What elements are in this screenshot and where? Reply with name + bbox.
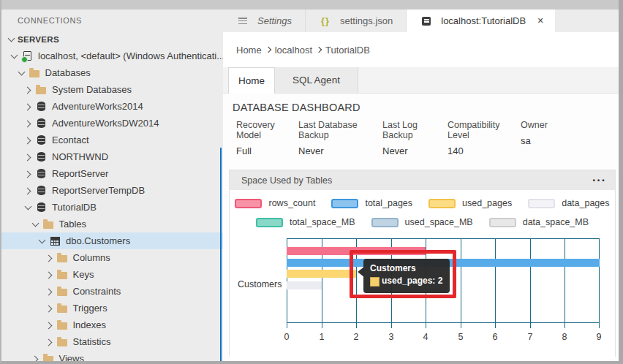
sidebar-editor-sash[interactable] [220,148,222,361]
chevron-right-icon[interactable] [23,84,34,96]
folder-icon [56,286,69,297]
database-icon [34,101,48,113]
property-last-log-backup: Last Log BackupNever [382,120,448,156]
dashboard-nav-tabs: HomeSQL Agent [223,67,619,94]
legend-item-data-space-mb[interactable]: data_space_MB [489,217,589,227]
tab-settings-json[interactable]: settings.json [306,10,407,32]
chevron-right-icon[interactable] [23,168,34,180]
page-title: DATABASE DASHBOARD [233,102,619,113]
legend-item-total-pages[interactable]: total_pages [331,198,412,208]
property-label: Compatibility Level [448,120,510,140]
tree-item-label: Constraints [73,286,121,297]
tree-item-databases[interactable]: Databases [1,64,223,81]
property-label: Owner [521,120,548,130]
chart-legend: rows_counttotal_pagesused_pagesdata_page… [230,194,615,232]
gridline [530,239,531,324]
chevron-right-icon[interactable] [23,134,34,146]
chevron-down-icon[interactable] [9,50,20,62]
tree-item-system-databases[interactable]: System Databases [1,81,223,98]
chevron-down-icon[interactable] [23,202,34,213]
tree-item-label: Keys [73,269,94,280]
tree-item-tutorialdb[interactable]: TutorialDB [1,199,223,216]
connections-tree: localhost, <default> (Windows Authentica… [1,48,223,361]
folder-icon [56,252,69,264]
breadcrumb-item-home[interactable]: Home [236,45,262,56]
chevron-right-icon[interactable] [30,353,42,362]
tree-item-label: AdventureWorksDW2014 [52,118,159,129]
legend-item-total-space-mb[interactable]: total_space_MB [256,217,355,227]
chevron-right-icon[interactable] [44,269,56,281]
tab-localhost-tutorialdb[interactable]: localhost:TutorialDB [407,10,555,32]
x-tick-label: 6 [488,332,502,342]
tree-item-localhost-default-windows-authenticati[interactable]: localhost, <default> (Windows Authentica… [1,48,223,64]
breadcrumb-item-localhost[interactable]: localhost [275,45,312,56]
chevron-right-icon [262,46,275,53]
database-icon [34,202,48,213]
tree-item-dbo-customers[interactable]: dbo.Customers [1,232,223,249]
axis-tick [565,324,565,328]
axis-tick [287,324,287,328]
bar-data-pages[interactable] [287,281,322,289]
legend-item-used-space-mb[interactable]: used_space_MB [371,217,473,227]
tree-item-label: ReportServer [52,168,108,179]
editor-area: Settingssettings.jsonlocalhost:TutorialD… [223,10,619,361]
tree-item-constraints[interactable]: Constraints [1,283,223,300]
tree-item-reportserver[interactable]: ReportServer [1,165,223,182]
tab-home[interactable]: Home [228,67,275,94]
legend-item-rows-count[interactable]: rows_count [235,198,315,208]
tree-item-columns[interactable]: Columns [1,249,223,266]
chevron-right-icon[interactable] [44,303,56,314]
bar-used-pages[interactable] [287,270,356,278]
x-tick-label: 0 [279,332,294,342]
folder-icon [56,336,69,348]
tree-item-triggers[interactable]: Triggers [1,300,223,316]
tree-item-label: localhost, <default> (Windows Authentica… [38,50,223,61]
tree-item-label: Econtact [52,134,89,145]
servers-section-header[interactable]: SERVERS [1,31,223,48]
chevron-right-icon[interactable] [23,151,34,163]
tree-item-econtact[interactable]: Econtact [1,132,223,148]
red-highlight-annotation [350,250,456,298]
folder-icon [28,67,41,79]
chevron-down-icon[interactable] [30,219,42,230]
chevron-right-icon[interactable] [23,101,34,113]
tree-item-label: Statistics [73,336,111,347]
legend-item-data-pages[interactable]: data_pages [528,198,609,208]
tree-item-adventureworks2014[interactable]: AdventureWorks2014 [1,98,223,115]
table-icon [48,235,61,247]
legend-swatch [528,199,555,208]
tab-settings[interactable]: Settings [223,10,306,32]
tree-item-adventureworksdw2014[interactable]: AdventureWorksDW2014 [1,115,223,132]
chevron-right-icon[interactable] [44,319,56,331]
tree-item-views[interactable]: Views [1,350,223,361]
x-tick-label: 7 [523,332,537,342]
ellipsis-menu-icon[interactable] [592,177,606,184]
tree-item-label: dbo.Customers [66,235,130,246]
legend-item-used-pages[interactable]: used_pages [428,198,512,208]
chevron-right-icon[interactable] [23,118,34,129]
folder-icon [34,84,48,96]
tree-item-reportservertempdb[interactable]: ReportServerTempDB [1,182,223,199]
breadcrumb-item-tutorialdb[interactable]: TutorialDB [325,45,370,56]
property-recovery-model: Recovery ModelFull [236,120,298,156]
tree-item-label: Columns [73,252,110,263]
json-braces-icon [319,15,332,27]
close-icon[interactable] [535,15,546,27]
chevron-down-icon[interactable] [37,235,48,247]
chevron-down-icon[interactable] [16,67,28,79]
chevron-right-icon[interactable] [44,336,56,348]
axis-tick [599,324,600,328]
tree-item-northwnd[interactable]: NORTHWND [1,148,223,165]
tree-item-keys[interactable]: Keys [1,266,223,283]
gridline [599,239,600,324]
tab-sql-agent[interactable]: SQL Agent [275,67,358,93]
tree-item-tables[interactable]: Tables [1,216,223,232]
legend-row: rows_counttotal_pagesused_pagesdata_page… [230,194,615,213]
tree-item-indexes[interactable]: Indexes [1,316,223,333]
chevron-right-icon[interactable] [44,252,56,264]
tree-item-statistics[interactable]: Statistics [1,333,223,350]
tree-item-label: Views [59,353,84,361]
property-value: Never [382,145,437,156]
chevron-right-icon[interactable] [44,286,56,297]
chevron-right-icon[interactable] [23,185,34,197]
